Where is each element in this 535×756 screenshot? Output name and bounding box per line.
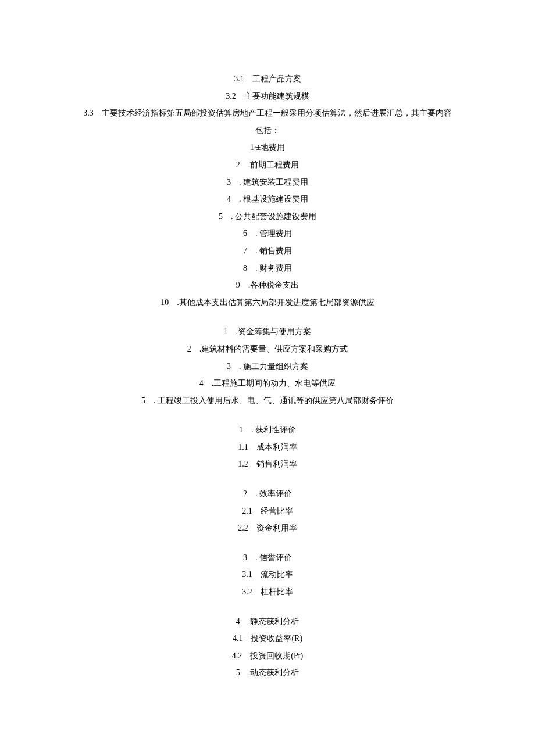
text-line: 3 . 施工力量组织方案 <box>35 359 500 375</box>
text-line: 2 .建筑材料的需要量、供应方案和采购方式 <box>35 342 500 357</box>
text-line: 3 . 建筑安装工程费用 <box>35 175 500 191</box>
text-line: 3 . 信誉评价 <box>35 550 500 566</box>
text-line: 3.1 工程产品方案 <box>35 71 500 87</box>
blank-line <box>35 410 500 421</box>
text-line: 4 .工程施工期间的动力、水电等供应 <box>35 376 500 392</box>
text-line: 4.2 投资回收期(Pt) <box>35 648 500 664</box>
text-line: 1.1 成本利润率 <box>35 440 500 456</box>
blank-line <box>35 312 500 323</box>
text-line: 1.2 销售利润率 <box>35 457 500 472</box>
blank-line <box>35 602 500 612</box>
text-line: 包括： <box>35 123 500 139</box>
text-line: 1 .资金筹集与使用方案 <box>35 324 500 340</box>
text-line: 2 . 效率评价 <box>35 486 500 502</box>
text-line: 10 .其他成本支出估算第六局部开发进度第七局部资源供应 <box>35 295 500 311</box>
text-line: 3.1 流动比率 <box>35 567 500 583</box>
text-line: 4 .静态获利分析 <box>35 614 500 630</box>
text-line: 2 .前期工程费用 <box>35 157 500 173</box>
text-line: 3.2 主要功能建筑规模 <box>35 89 500 105</box>
text-line: 7 . 销售费用 <box>35 243 500 259</box>
text-line: 2.2 资金利用率 <box>35 521 500 536</box>
text-line: 3.2 杠杆比率 <box>35 585 500 600</box>
text-line: 2.1 经营比率 <box>35 504 500 519</box>
text-line: 9 .各种税金支出 <box>35 278 500 293</box>
text-line: 1·±地费用 <box>35 140 500 156</box>
text-line: 5 . 公共配套设施建设费用 <box>35 209 500 225</box>
text-line: 5 .动态获利分析 <box>35 665 500 681</box>
text-line: 3.3 主要技术经济指标第五局部投资估算房地产工程一般采用分项估算法，然后进展汇… <box>35 106 500 121</box>
text-line: 6 . 管理费用 <box>35 226 500 242</box>
blank-line <box>35 538 500 549</box>
text-line: 5 . 工程竣工投入使用后水、电、气、通讯等的供应第八局部财务评价 <box>35 393 500 409</box>
text-line: 4.1 投资收益率(R) <box>35 631 500 647</box>
text-line: 1 . 获利性评价 <box>35 422 500 438</box>
text-line: 4 . 根基设施建设费用 <box>35 192 500 207</box>
blank-line <box>35 474 500 485</box>
text-line: 8 . 财务费用 <box>35 261 500 277</box>
document-body: 3.1 工程产品方案 3.2 主要功能建筑规模 3.3 主要技术经济指标第五局部… <box>35 71 500 681</box>
